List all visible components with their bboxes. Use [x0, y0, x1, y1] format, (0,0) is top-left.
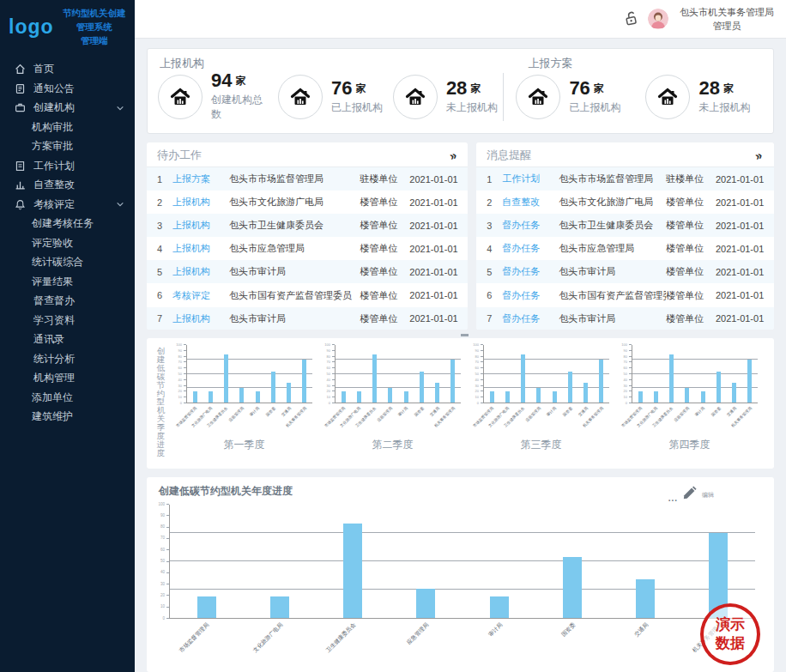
bar[interactable]	[521, 354, 525, 403]
sidebar-item[interactable]: 工作计划	[0, 156, 135, 176]
bar[interactable]	[416, 589, 435, 618]
table-row: 1上报方案包头市市场监督管理局驻楼单位2021-01-01	[147, 167, 468, 191]
gridline	[170, 532, 755, 533]
messages-more-icon[interactable]: »	[753, 148, 764, 162]
sidebar-subitem[interactable]: 方案审批	[0, 136, 135, 156]
bar[interactable]	[197, 596, 216, 618]
unlock-icon[interactable]	[621, 9, 642, 29]
bar[interactable]	[343, 524, 362, 618]
avatar[interactable]	[648, 9, 668, 29]
row-type-link[interactable]: 上报机构	[172, 196, 229, 209]
row-index: 1	[476, 174, 502, 185]
stat-value: 28	[446, 79, 467, 98]
sidebar-item[interactable]: 统计分析	[0, 349, 135, 369]
bar[interactable]	[287, 383, 291, 403]
bar[interactable]	[563, 557, 582, 618]
y-tick-label: 30	[160, 583, 165, 587]
sidebar-subitem[interactable]: 评定验收	[0, 233, 135, 253]
row-type-link[interactable]: 自查整改	[502, 196, 559, 209]
bar[interactable]	[270, 596, 289, 618]
bar[interactable]	[256, 391, 260, 403]
bar[interactable]	[490, 596, 509, 618]
sidebar-subitem[interactable]: 机构审批	[0, 118, 135, 137]
row-type-link[interactable]: 督办任务	[502, 312, 559, 325]
bar[interactable]	[599, 360, 603, 403]
row-type-link[interactable]: 督办任务	[502, 219, 559, 232]
table-row: 3上报机构包头市卫生健康委员会楼管单位2021-01-01	[147, 214, 468, 237]
bar[interactable]	[747, 360, 752, 403]
logo-row: logo 节约型机关创建管理系统 管理端	[0, 0, 135, 56]
bar[interactable]	[505, 391, 510, 403]
row-type-link[interactable]: 督办任务	[502, 289, 559, 302]
row-type-link[interactable]: 工作计划	[502, 173, 559, 185]
bar[interactable]	[271, 372, 275, 403]
bar[interactable]	[669, 354, 674, 403]
bar[interactable]	[490, 391, 494, 403]
row-type-link[interactable]: 考核评定	[172, 289, 229, 302]
sidebar-item[interactable]: 考核评定	[0, 195, 135, 215]
bar[interactable]	[568, 372, 572, 403]
bar[interactable]	[685, 388, 689, 403]
row-index: 7	[476, 313, 502, 324]
sidebar-item[interactable]: 创建机构	[0, 98, 135, 118]
row-type-link[interactable]: 督办任务	[502, 242, 559, 255]
sidebar-item[interactable]: 督查督办	[0, 291, 135, 311]
row-type-link[interactable]: 上报机构	[172, 312, 229, 325]
bar[interactable]	[420, 372, 424, 403]
gridline	[170, 560, 755, 561]
bar[interactable]	[536, 388, 541, 403]
bar[interactable]	[583, 383, 588, 403]
row-type-link[interactable]: 上报机构	[172, 219, 229, 232]
row-org: 包头市应急管理局	[229, 242, 360, 255]
sidebar-item[interactable]: 机构管理	[0, 368, 135, 388]
bar[interactable]	[224, 354, 228, 403]
bar[interactable]	[357, 391, 361, 403]
bar[interactable]	[388, 388, 392, 403]
sidebar-subitem[interactable]: 建筑维护	[0, 407, 135, 427]
bar[interactable]	[638, 391, 643, 403]
bar[interactable]	[553, 391, 557, 403]
sidebar-item-label: 学习资料	[33, 313, 75, 328]
sidebar-item[interactable]: 自查整改	[0, 175, 135, 195]
stats-panel: 上报机构 上报方案 94家创建机构总数76家已上报机构28家未上报机构 76家已…	[147, 48, 774, 134]
row-type-link[interactable]: 上报机构	[172, 242, 229, 255]
row-unit-type: 楼管单位	[666, 289, 716, 302]
y-axis: 0102030405060708090100	[159, 505, 169, 619]
chart-plot-area	[186, 345, 312, 403]
sidebar-item-label: 工作计划	[33, 159, 75, 173]
annual-chart-header: 创建低碳节约型机关年度进度 ... 编辑	[159, 484, 755, 501]
bar[interactable]	[239, 388, 244, 403]
bar[interactable]	[372, 354, 377, 403]
bar[interactable]	[302, 360, 306, 403]
bar[interactable]	[209, 391, 213, 403]
bar[interactable]	[654, 391, 658, 403]
sidebar-item[interactable]: 学习资料	[0, 311, 135, 330]
todo-more-icon[interactable]: »	[448, 148, 458, 162]
bar[interactable]	[435, 383, 439, 403]
user-info[interactable]: 包头市机关事务管理局 管理员	[676, 5, 777, 33]
bar[interactable]	[450, 360, 455, 403]
sidebar-subitem[interactable]: 评量结果	[0, 272, 135, 292]
sidebar-subitem[interactable]: 统计碳综合	[0, 252, 135, 272]
x-tick-label: 文化旅游广电局	[251, 621, 285, 655]
stat-unit: 家	[470, 82, 481, 98]
row-type-link[interactable]: 督办任务	[502, 265, 559, 278]
quarterly-vertical-title: 创建低碳节约型机关季度进度	[155, 347, 166, 467]
sidebar-subitem[interactable]: 添加单位	[0, 388, 135, 408]
bar[interactable]	[404, 391, 408, 403]
bar[interactable]	[636, 579, 655, 618]
sidebar-item[interactable]: 首页	[0, 59, 135, 79]
row-type-link[interactable]: 上报方案	[172, 173, 229, 185]
y-tick-label: 10	[178, 396, 182, 399]
bar[interactable]	[701, 391, 705, 403]
sidebar-item[interactable]: 通知公告	[0, 79, 135, 99]
bar[interactable]	[716, 372, 721, 403]
bar[interactable]	[193, 391, 197, 403]
bar[interactable]	[732, 383, 736, 403]
edit-button[interactable]: ... 编辑	[668, 484, 714, 501]
sidebar-item[interactable]: 通讯录	[0, 330, 135, 349]
row-type-link[interactable]: 上报机构	[172, 265, 229, 278]
sidebar-subitem[interactable]: 创建考核任务	[0, 214, 135, 233]
bar[interactable]	[342, 391, 346, 403]
scrollbar-dash	[461, 334, 469, 336]
